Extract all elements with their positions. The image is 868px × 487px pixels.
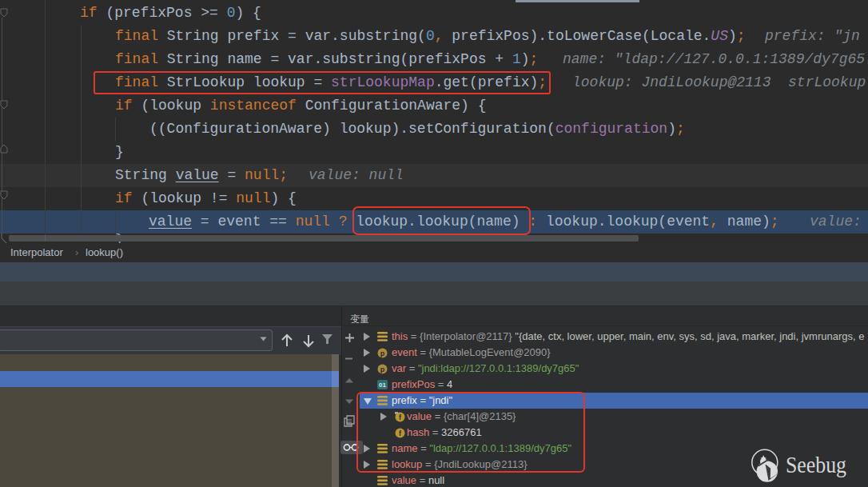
svg-text:p: p [380, 349, 385, 357]
svg-text:Seebug: Seebug [786, 452, 846, 477]
svg-text:p: p [380, 365, 385, 373]
svg-text:01: 01 [379, 381, 386, 389]
